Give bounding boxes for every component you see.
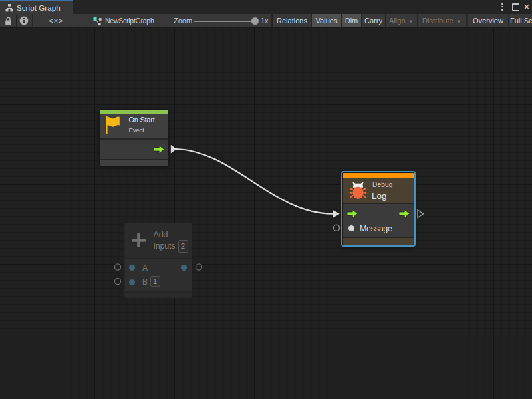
trigger-out-arrow-icon[interactable] bbox=[154, 145, 164, 154]
node-on-start[interactable]: On Start Event bbox=[100, 109, 168, 166]
add-port-b-outer bbox=[114, 278, 120, 284]
trigger-out-arrow-icon[interactable] bbox=[399, 209, 410, 218]
zoom-label: Zoom bbox=[174, 14, 192, 27]
toolbar-button-relations[interactable]: Relations bbox=[273, 14, 311, 27]
bug-icon bbox=[349, 181, 367, 200]
zoom-slider-knob[interactable] bbox=[251, 17, 259, 25]
graph-hierarchy-icon bbox=[5, 3, 14, 12]
node-debug-log[interactable]: Debug Log Message bbox=[342, 172, 414, 245]
connections-overlay bbox=[0, 28, 532, 399]
tab-title: Script Graph bbox=[17, 4, 61, 12]
node-header: Debug Log bbox=[343, 178, 414, 203]
tab-script-graph[interactable]: Script Graph bbox=[0, 0, 73, 14]
zoom-value: 1x bbox=[261, 14, 269, 27]
toolbar-button-distribute[interactable]: Distribute ▼ bbox=[418, 14, 466, 27]
node-subtitle: Inputs bbox=[154, 241, 176, 251]
node-color-strip bbox=[343, 173, 414, 178]
info-button[interactable] bbox=[16, 14, 32, 27]
node-footer bbox=[343, 238, 414, 245]
node-footer bbox=[125, 293, 192, 299]
port-b-value-field[interactable]: 1 bbox=[150, 276, 160, 287]
node-body: Message bbox=[343, 204, 414, 237]
lock-button[interactable] bbox=[0, 14, 16, 27]
node-footer bbox=[100, 160, 168, 166]
close-icon[interactable]: ✕ bbox=[522, 2, 531, 13]
script-graph-asset-icon bbox=[92, 16, 102, 26]
add-port-a-outer bbox=[114, 264, 120, 270]
node-body: A B 1 bbox=[125, 259, 192, 292]
zoom-slider-track[interactable] bbox=[194, 21, 256, 22]
message-port-label: Message bbox=[360, 224, 392, 233]
debug-trigger-out-port bbox=[418, 210, 424, 218]
debug-message-port-outer bbox=[333, 225, 339, 231]
node-title: Log bbox=[372, 191, 387, 201]
graph-name: NewScriptGraph bbox=[105, 17, 154, 25]
toolbar-button-overview[interactable]: Overview bbox=[468, 14, 508, 27]
node-add[interactable]: Add Inputs 2 A B 1 bbox=[124, 223, 193, 298]
port-out-dot[interactable] bbox=[181, 265, 187, 271]
toolbar-button-carry[interactable]: Carry bbox=[362, 14, 385, 27]
node-title: On Start bbox=[129, 116, 155, 124]
dropdown-caret-icon: ▼ bbox=[408, 18, 414, 25]
node-subtitle: Event bbox=[129, 126, 144, 134]
port-a-dot[interactable] bbox=[129, 265, 135, 271]
maximize-icon[interactable] bbox=[512, 3, 519, 11]
graph-toolbar: <×> NewScriptGraph Zoom 1x Relations Val… bbox=[0, 14, 532, 28]
connection-curve bbox=[176, 149, 332, 214]
info-icon bbox=[19, 16, 29, 25]
dropdown-caret-icon: ▼ bbox=[456, 18, 462, 25]
node-group-label: Debug bbox=[372, 181, 392, 188]
node-body bbox=[100, 140, 168, 159]
toolbar-button-dim[interactable]: Dim bbox=[342, 14, 361, 27]
graph-reference[interactable]: NewScriptGraph bbox=[92, 14, 154, 27]
graph-canvas[interactable]: On Start Event bbox=[0, 28, 532, 399]
connection-start-arrowhead bbox=[171, 145, 177, 154]
connection-end-arrowhead bbox=[333, 210, 340, 218]
add-port-out-outer bbox=[196, 264, 201, 270]
node-header: On Start Event bbox=[100, 114, 168, 138]
script-graph-window: Script Graph ✕ <×> bbox=[0, 0, 532, 399]
plus-icon bbox=[130, 232, 147, 249]
port-a-label: A bbox=[142, 263, 148, 273]
trigger-in-arrow-icon[interactable] bbox=[347, 209, 358, 218]
node-title: Add bbox=[154, 230, 168, 239]
port-b-label: B bbox=[142, 277, 148, 287]
toolbar-button-full-screen[interactable]: Full Screen bbox=[509, 14, 532, 27]
code-view-button[interactable]: <×> bbox=[32, 14, 80, 27]
flag-icon bbox=[105, 115, 123, 135]
tab-bar: Script Graph ✕ bbox=[0, 0, 532, 14]
port-b-dot[interactable] bbox=[129, 279, 135, 285]
input-count-field[interactable]: 2 bbox=[178, 240, 188, 253]
node-header: Add Inputs 2 bbox=[125, 223, 192, 258]
toolbar-button-values[interactable]: Values bbox=[312, 14, 341, 27]
window-menu-icon[interactable] bbox=[501, 3, 503, 11]
lock-icon bbox=[5, 17, 12, 25]
toolbar-button-align[interactable]: Align ▼ bbox=[386, 14, 417, 27]
message-port-dot[interactable] bbox=[348, 225, 354, 231]
